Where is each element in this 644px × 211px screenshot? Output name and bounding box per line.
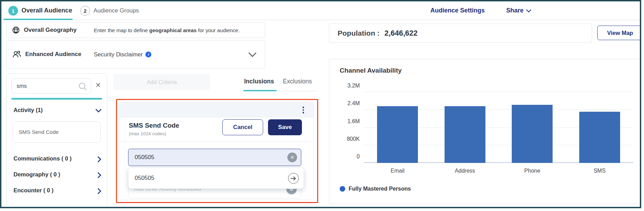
chart-plot-area: 0800K1.6M2.4M3.2M bbox=[364, 92, 633, 163]
sms-code-input-wrap: ✕ bbox=[128, 149, 301, 166]
y-axis-tick-label: 0 bbox=[336, 154, 360, 160]
sidebar-item-encounter[interactable]: Encounter ( 0 ) bbox=[7, 187, 107, 196]
criteria-subtitle: (max 1024 codes) bbox=[129, 131, 166, 136]
tab-audience-groups-label: Audience Groups bbox=[93, 7, 139, 14]
enhanced-audience-title: Enhanced Audience bbox=[25, 51, 81, 58]
geography-title: Overall Geography bbox=[24, 27, 77, 34]
save-button[interactable]: Save bbox=[268, 119, 302, 135]
geography-description: Enter the map to define geographical are… bbox=[94, 27, 240, 33]
tab-inclusions[interactable]: Inclusions bbox=[244, 78, 274, 85]
tab-overall-audience-label: Overall Audience bbox=[21, 7, 72, 14]
step-1-badge: 1 bbox=[8, 6, 18, 16]
enhanced-audience-card: Enhanced Audience Security Disclaimer i bbox=[6, 40, 265, 68]
audience-settings-link[interactable]: Audience Settings bbox=[430, 7, 485, 14]
y-axis-tick-label: 1.6M bbox=[336, 118, 360, 125]
chart-title: Channel Availability bbox=[340, 67, 402, 74]
attribute-search-panel: ✕ Activity (1) SMS Send Code Communicati… bbox=[6, 73, 107, 208]
clear-search-icon[interactable]: ✕ bbox=[95, 82, 101, 89]
bars-row bbox=[364, 92, 633, 163]
legend-label: Fully Mastered Persons bbox=[349, 186, 411, 192]
collapse-chevron-icon[interactable] bbox=[248, 52, 257, 58]
tab-exclusions[interactable]: Exclusions bbox=[283, 78, 312, 85]
sidebar-item-household[interactable]: Household ( 0 ) bbox=[7, 206, 107, 208]
add-criteria-button[interactable]: Add Criteria bbox=[113, 74, 210, 90]
inclusions-active-underline bbox=[243, 90, 277, 91]
y-axis-tick-label: 2.4M bbox=[336, 100, 360, 107]
bar-slot bbox=[499, 92, 566, 163]
top-navigation: 1 Overall Audience 2 Audience Groups Aud… bbox=[1, 1, 640, 20]
x-axis-category-label: Address bbox=[431, 168, 499, 174]
search-icon bbox=[78, 82, 87, 92]
kebab-menu-icon[interactable] bbox=[302, 106, 305, 114]
bar bbox=[377, 106, 418, 163]
app-window: 1 Overall Audience 2 Audience Groups Aud… bbox=[0, 0, 641, 208]
chevron-right-icon bbox=[98, 188, 101, 195]
tab-overall-audience[interactable]: 1 Overall Audience bbox=[1, 1, 74, 20]
chart-legend: Fully Mastered Persons bbox=[340, 186, 411, 192]
clear-input-icon[interactable]: ✕ bbox=[287, 153, 297, 162]
x-axis-category-label: Phone bbox=[499, 168, 566, 174]
bar-slot bbox=[431, 92, 499, 163]
sms-code-input[interactable] bbox=[128, 149, 301, 166]
bar bbox=[512, 105, 553, 163]
arrow-right-icon[interactable] bbox=[288, 173, 299, 184]
security-disclaimer: Security Disclaimer i bbox=[94, 51, 151, 58]
bar-slot bbox=[566, 92, 634, 163]
bar bbox=[579, 112, 620, 163]
search-accent-bar bbox=[11, 98, 102, 100]
legend-dot-icon bbox=[340, 186, 345, 192]
y-axis-tick-label: 3.2M bbox=[336, 83, 360, 89]
channel-availability-card: Channel Availability 0800K1.6M2.4M3.2M E… bbox=[329, 59, 641, 204]
chart-x-axis-labels: EmailAddressPhoneSMS bbox=[364, 168, 633, 174]
sidebar-item-activity[interactable]: Activity (1) bbox=[7, 107, 107, 116]
view-map-button[interactable]: View Map bbox=[597, 26, 641, 40]
population-label: Population : bbox=[338, 29, 379, 37]
share-menu-button[interactable]: Share bbox=[506, 7, 531, 14]
cancel-button[interactable]: Cancel bbox=[222, 119, 263, 135]
active-tab-underline bbox=[3, 19, 73, 20]
overall-geography-card[interactable]: Overall Geography Enter the map to defin… bbox=[6, 22, 265, 38]
attribute-item-sms-send-code[interactable]: SMS Send Code bbox=[13, 121, 101, 143]
x-axis-category-label: SMS bbox=[566, 168, 634, 174]
tab-audience-groups[interactable]: 2 Audience Groups bbox=[76, 1, 152, 20]
sms-send-code-criteria-card: SMS Send Code (max 1024 codes) Cancel Sa… bbox=[119, 102, 314, 200]
chevron-right-icon bbox=[98, 172, 101, 180]
criteria-card-header-strip bbox=[120, 102, 314, 118]
y-axis-tick-label: 800K bbox=[336, 136, 360, 142]
bar bbox=[445, 106, 485, 163]
globe-icon bbox=[12, 26, 20, 34]
criteria-title: SMS Send Code bbox=[129, 122, 179, 129]
attribute-search-box bbox=[11, 79, 91, 94]
share-label: Share bbox=[506, 7, 524, 14]
bar-slot bbox=[364, 92, 431, 163]
criteria-divider bbox=[120, 141, 314, 141]
chevron-right-icon bbox=[98, 156, 101, 164]
step-2-badge: 2 bbox=[80, 6, 90, 16]
suggestion-option-row[interactable]: 050505 bbox=[128, 167, 304, 189]
x-axis-category-label: Email bbox=[364, 168, 431, 174]
suggestion-value: 050505 bbox=[135, 175, 154, 182]
population-card: Population : 2,646,622 bbox=[329, 24, 592, 43]
chevron-down-icon bbox=[526, 7, 531, 14]
sidebar-item-demography[interactable]: Demography ( 0 ) bbox=[7, 171, 107, 180]
population-value: 2,646,622 bbox=[384, 29, 418, 38]
people-icon bbox=[12, 51, 21, 58]
info-icon[interactable]: i bbox=[145, 52, 151, 57]
chevron-down-icon bbox=[96, 108, 101, 114]
sidebar-item-communications[interactable]: Communications ( 0 ) bbox=[7, 155, 107, 164]
